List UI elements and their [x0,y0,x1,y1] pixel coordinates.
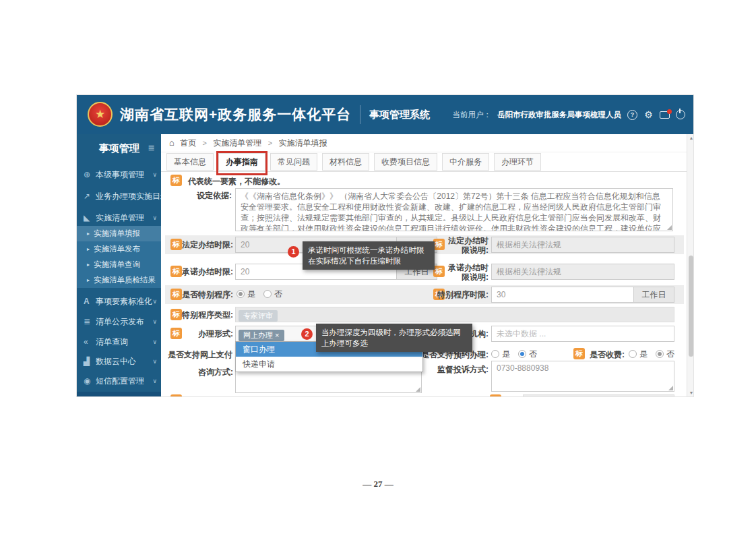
resize-handle-icon[interactable] [667,225,672,230]
breadcrumb-separator: > [203,139,207,147]
header-divider [360,105,360,124]
app-screenshot: ★ 湖南省互联网+政务服务一体化平台 事项管理系统 当前用户： 岳阳市行政审批服… [76,94,694,397]
help-icon[interactable]: ? [627,110,637,120]
badge-fragment [490,394,501,397]
main-content: ⌂ 首页 > 实施清单管理 > 实施清单填报 基本信息 办事指南 常见问题 材料… [161,134,694,396]
online-pay-label: 是否支持网上支付 [168,350,233,359]
legal-basis-text: 《《湖南省信息化条例》》 （湖南省人大常委会公告〔2012〕第72号）第十三条 … [241,191,661,231]
user-info: 当前用户： 岳阳市行政审批服务局事项梳理人员 ? ⚙ [453,95,686,134]
sidebar-subitem-list-publish[interactable]: ▸ 实施清单发布 [77,241,161,257]
sidebar-subitem-list-query[interactable]: ▸ 实施清单查询 [77,257,161,272]
radio-yes-checked[interactable] [237,290,245,298]
special-type-field[interactable]: 专家评审 [235,307,674,322]
page-number: — 27 — [0,479,756,489]
legal-basis-textarea[interactable]: 《《湖南省信息化条例》》 （湖南省人大常委会公告〔2012〕第72号）第十三条 … [235,188,673,231]
tab-service-guide[interactable]: 办事指南 [218,153,265,171]
sidebar-subitem-label: 实施清单质检结果 [94,275,156,285]
std-badge: 标 [433,239,445,250]
sidebar-item-business-directory[interactable]: ↗ 业务办理项实施目录 ∨ [77,187,161,206]
current-user-label: 当前用户： [453,110,492,120]
legal-basis-label: 设定依据: [161,191,232,200]
vertical-scrollbar[interactable]: ▲ ▼ [687,134,694,396]
tab-intermediary[interactable]: 中介服务 [442,153,489,171]
chevron-down-icon: ∨ [152,358,157,365]
joint-org-input[interactable]: 未选中数据 ... [491,326,674,342]
statutory-note-input[interactable]: 根据相关法律法规 [491,237,674,253]
scrollbar-thumb[interactable] [689,256,693,357]
radio-yes-label: 是 [247,289,255,299]
field-fragment [523,394,674,397]
chevron-down-icon: ∨ [152,171,157,178]
sidebar-item-label: 事项要素标准化 [96,296,152,307]
sidebar-item-public-publish[interactable]: ≣ 清单公示发布 ∨ [77,312,161,331]
sidebar-title: 事项管理 [99,142,139,155]
sidebar-item-label: 实施清单管理 [96,212,144,224]
tab-fee-info[interactable]: 收费项目信息 [374,153,437,171]
sidebar-item-label: 业务办理项实施目录 [96,191,168,202]
radio-yes[interactable] [491,350,499,358]
annotation-tooltip-1: 承诺时间可根据统一承诺办结时限在实际情况下自行压缩时限 [303,241,435,270]
sidebar-item-local-items[interactable]: ⊕ 本级事项管理 ∨ [77,165,161,184]
breadcrumb-level2[interactable]: 实施清单填报 [278,138,327,148]
app-header: ★ 湖南省互联网+政务服务一体化平台 事项管理系统 当前用户： 岳阳市行政审批服… [77,95,693,134]
radio-no-label: 否 [529,349,537,359]
home-icon: ⌂ [169,138,175,148]
sidebar: 事项管理 ≡ ⊕ 本级事项管理 ∨ ↗ 业务办理项实施目录 ∨ ◣ 实施清单管理… [77,134,161,396]
sidebar-item-label: 清单公示发布 [96,316,144,328]
tab-material-info[interactable]: 材料信息 [322,153,369,171]
sidebar-header: 事项管理 ≡ [77,140,161,157]
radio-yes-label: 是 [502,349,510,359]
gear-icon[interactable]: ⚙ [643,110,654,120]
complaint-label: 监督投诉方式: [436,365,489,374]
sidebar-subitem-label: 实施清单发布 [94,244,140,254]
complaint-value: 0730-8880938 [497,363,548,373]
unified-element-note: 代表统一要素，不能修改。 [188,176,285,187]
dropdown-option-express[interactable]: 快递申请 [236,357,422,372]
sidebar-subitem-label: 实施清单查询 [94,260,140,270]
sidebar-item-data-cloud[interactable]: ▟ 数据云中心 ∨ [77,352,161,371]
handle-form-label: 办理形式: [173,329,233,338]
system-title: 事项管理系统 [369,109,430,121]
sidebar-item-element-standardization[interactable]: A 事项要素标准化 ∨ [77,292,161,311]
caret-right-icon: ▸ [87,246,90,252]
special-limit-label: 特别程序时限: [436,290,489,299]
resize-handle-icon[interactable] [668,386,673,390]
sidebar-item-sms-config[interactable]: ◉ 短信配置管理 ∨ [77,372,161,390]
hamburger-icon[interactable]: ≡ [148,142,154,154]
tab-process-steps[interactable]: 办理环节 [494,153,541,171]
complaint-textarea[interactable]: 0730-8880938 [491,361,674,392]
tab-basic-info[interactable]: 基本信息 [166,153,214,171]
tab-faq[interactable]: 常见问题 [270,153,317,171]
radio-no-checked[interactable] [518,350,526,358]
special-type-chip: 专家评审 [239,310,278,322]
scroll-down-icon[interactable]: ▼ [687,390,694,395]
radio-no-checked[interactable] [656,350,664,358]
chip-close-icon[interactable]: × [275,331,279,339]
breadcrumb-level1[interactable]: 实施清单管理 [213,138,261,148]
power-icon[interactable] [676,110,685,119]
sidebar-submenu: ▸ 实施清单填报 ▸ 实施清单发布 ▸ 实施清单查询 ▸ 实施清单质检结果 [77,226,161,288]
special-limit-input[interactable]: 30 [491,287,634,303]
chevron-down-icon: ∨ [152,298,157,305]
breadcrumb-home[interactable]: 首页 [180,138,196,148]
message-icon[interactable] [660,111,670,119]
reservation-radios: 是否 [491,349,545,360]
chip-label: 网上办理 [243,331,273,339]
promised-note-input[interactable]: 根据相关法律法规 [491,264,674,280]
statutory-note-label: 法定办结时限说明: [445,236,489,255]
charge-label: 是否收费: [586,350,625,359]
annotation-tooltip-2: 当办理深度为四级时，办理形式必须选网上办理可多选 [316,324,472,352]
sidebar-item-list-query[interactable]: « 清单查询 ∨ [77,332,161,351]
sidebar-subitem-list-fill[interactable]: ▸ 实施清单填报 [77,226,161,241]
bar-chart-icon: ▟ [84,357,96,366]
resize-handle-icon[interactable] [416,387,420,392]
sidebar-subitem-qc-result[interactable]: ▸ 实施清单质检结果 [77,272,161,288]
line-chart-icon: ↗ [84,191,96,201]
chevron-down-icon: ∨ [152,214,157,221]
radio-yes[interactable] [629,350,637,358]
sidebar-item-implementation-list[interactable]: ◣ 实施清单管理 ∨ [77,208,161,227]
radio-no[interactable] [263,290,272,298]
current-user-name: 岳阳市行政审批服务局事项梳理人员 [497,110,621,120]
scroll-up-icon[interactable]: ▲ [687,136,694,140]
caret-right-icon: ▸ [87,277,90,283]
